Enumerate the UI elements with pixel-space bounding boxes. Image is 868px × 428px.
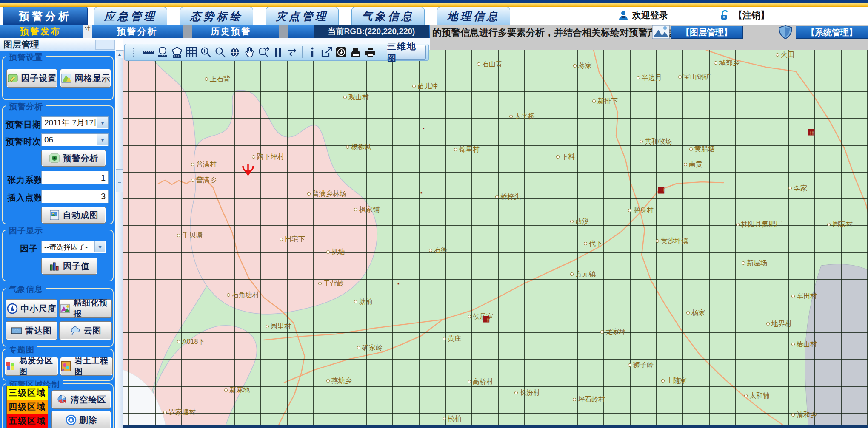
map-label-半边月: 半边月 [637,74,662,82]
pause-icon[interactable] [272,46,285,59]
refresh-icon[interactable] [286,46,299,59]
bar-chart-icon [49,261,60,272]
雷达图-button[interactable]: 雷达图 [6,321,57,340]
place-marker-icon [280,238,283,241]
map-label-普满乡林场: 普满乡林场 [307,190,346,198]
place-marker-icon [556,155,560,159]
warning-date-select[interactable]: 2011年 7月17日 ▾ [41,116,108,129]
auto-map-button[interactable]: 自动成图 [41,207,106,224]
zoom-out-icon[interactable] [214,46,227,59]
place-marker-icon [791,343,795,346]
map-label-新麻地: 新麻地 [224,386,250,395]
place-marker-icon [570,220,574,223]
网格显示-button[interactable]: 网格显示 [60,69,111,88]
tab-预警分析[interactable]: 预警分析 [3,7,88,25]
subtab-预警分析[interactable]: 预警分析 [108,25,166,38]
map-label-路下坪村: 路下坪村 [252,153,284,162]
legend-四级区域[interactable]: 四级区域 [6,400,48,414]
measure-polygon-icon[interactable] [171,46,183,59]
grid-icon[interactable] [185,46,198,59]
date-label: 预警日期 [6,119,41,130]
warning-analysis-app: { "top_nav": { "tabs": [ {"label":"预警分析"… [0,0,868,428]
identify-icon[interactable] [306,46,319,59]
place-marker-icon [573,64,577,68]
map-label-矿家岭: 矿家岭 [357,343,383,352]
place-marker-icon [191,179,194,182]
tension-label: 张力系数 [7,174,43,186]
factor-select[interactable]: --请选择因子- ▾ [41,241,106,253]
place-marker-icon [443,337,446,340]
analyze-button[interactable]: 预警分析 [41,150,106,167]
welcome-login[interactable]: 欢迎登录 [618,9,668,21]
place-marker-icon [412,85,416,88]
points-input[interactable]: 3 [41,190,108,203]
因子设置-button[interactable]: 因子设置 [6,69,57,88]
map-3d-button[interactable]: 三维地图 [387,45,426,60]
print-icon[interactable] [364,46,377,59]
pan-icon[interactable] [243,46,256,59]
measure-distance-icon[interactable] [142,46,154,59]
system-manager-shield-icon [778,25,793,39]
system-manager-button[interactable]: 【系统管理】 [796,26,868,39]
sub-tab-divider [279,25,288,38]
place-marker-icon [326,379,330,383]
chevron-down-icon[interactable]: ▾ [97,134,108,145]
legend-五级区域[interactable]: 五级区域 [6,414,48,428]
warning-time-select[interactable]: 06 ▾ [41,133,108,146]
window-title-strip [0,0,868,3]
layer-manager-button[interactable]: 【图层管理】 [671,26,743,39]
legend-三级区域[interactable]: 三级区域 [6,386,48,400]
tab-应急管理[interactable]: 应急管理 [94,7,167,25]
place-marker-icon [163,411,167,414]
map-label-黄庄: 黄庄 [443,334,461,343]
print-preview-icon[interactable] [349,46,362,59]
tab-态势标绘[interactable]: 态势标绘 [180,7,253,25]
sidebar-scrollbar[interactable]: ▲ [115,50,123,428]
group-title: 专题图 [6,344,37,355]
export-icon[interactable] [320,46,333,59]
group-title: 因子显示 [6,225,46,236]
chevron-down-icon[interactable]: ▾ [94,241,105,252]
tab-地理信息[interactable]: 地理信息 [437,7,510,25]
place-marker-icon [791,295,795,298]
cloud-icon [70,325,81,336]
logout-button[interactable]: 【注销】 [719,9,769,21]
place-marker-icon [791,413,795,417]
云图-button[interactable]: 云图 [59,321,112,340]
place-marker-icon [742,261,745,265]
group-weather-info: 气象信息 中小尺度精细化预报雷达图云图 [2,288,114,347]
clear-region-icon [57,394,68,405]
tension-input[interactable]: 1 [41,171,108,184]
zoom-in-icon[interactable] [200,46,212,59]
map-label-长汾村: 长汾村 [514,388,540,397]
map-label-燕塘乡: 燕塘乡 [326,377,352,385]
map-canvas[interactable]: 上石背石山青苗儿冲蒋家城郊乡半边月宝山铜矿火田观山村新排下太平桥杨柳凤锦里村共和… [123,50,868,428]
tab-气象信息[interactable]: 气象信息 [351,7,425,25]
精细化预报-button[interactable]: 精细化预报 [59,299,112,318]
drag-handle-icon[interactable] [127,46,140,59]
map-label-车田村: 车田村 [791,292,817,301]
full-extent-icon[interactable] [228,46,241,59]
岩土工程图-button[interactable]: 岩土工程图 [60,357,113,376]
map-label-石角塘村: 石角塘村 [227,291,259,300]
删除-button[interactable]: 删除 [51,411,111,428]
factor-value-button[interactable]: 因子值 [41,258,97,275]
place-marker-icon [592,99,596,103]
measure-circle-icon[interactable] [156,46,169,59]
place-marker-icon [224,388,228,392]
中小尺度-button[interactable]: 中小尺度 [6,299,57,318]
red-anchor-symbol [241,164,255,177]
save-icon[interactable] [335,46,348,59]
清空绘区-button[interactable]: 清空绘区 [51,390,111,409]
sidebar-header: 图层管理 [0,38,115,51]
map-label-龙家坪: 龙家坪 [600,328,626,337]
subtab-历史预警[interactable]: 历史预警 [203,25,259,38]
易发分区图-button[interactable]: 易发分区图 [5,357,58,376]
group-title: 气象信息 [6,284,46,295]
tab-灾点管理[interactable]: 灾点管理 [266,7,339,25]
zoom-prev-icon[interactable] [257,46,270,59]
map-label-罗家塘村: 罗家塘村 [163,408,196,417]
map-label-鹏身村: 鹏身村 [628,206,654,215]
subtab-预警发布[interactable]: 预警发布 [11,25,70,38]
chevron-down-icon[interactable]: ▾ [97,117,108,128]
